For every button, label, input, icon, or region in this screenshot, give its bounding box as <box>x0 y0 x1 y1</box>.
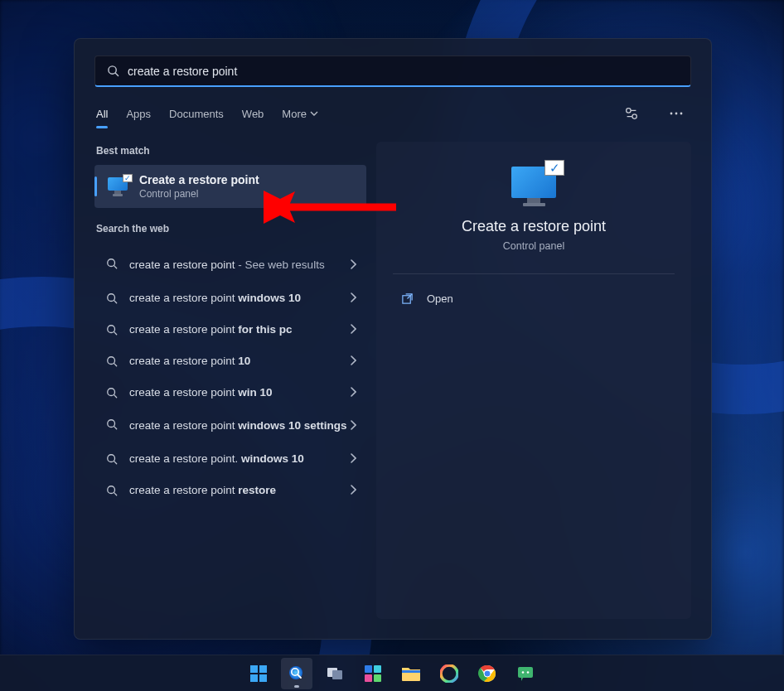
svg-line-22 <box>114 493 117 495</box>
svg-point-40 <box>441 665 457 682</box>
web-result-text: create a restore point win 10 <box>129 385 350 400</box>
start-search-panel: All Apps Documents Web More Best match <box>74 38 712 640</box>
taskbar-opera[interactable] <box>433 658 465 689</box>
web-result-text: create a restore point windows 10 <box>129 291 350 306</box>
taskbar-task-view[interactable] <box>319 658 351 689</box>
web-result-text: create a restore point windows 10 settin… <box>129 418 350 433</box>
best-match-heading: Best match <box>96 145 366 157</box>
chevron-down-icon <box>310 109 318 118</box>
svg-rect-44 <box>518 667 533 678</box>
svg-line-20 <box>114 461 117 464</box>
svg-point-5 <box>675 113 678 115</box>
chevron-right-icon <box>350 354 356 369</box>
chevron-right-icon <box>350 452 356 466</box>
svg-line-8 <box>114 266 117 268</box>
web-result[interactable]: create a restore point for this pc <box>94 314 366 346</box>
open-icon <box>401 292 414 305</box>
svg-rect-36 <box>374 665 381 673</box>
web-result[interactable]: create a restore point. windows 10 <box>94 443 366 475</box>
tab-more[interactable]: More <box>282 103 318 125</box>
search-icon <box>103 387 121 399</box>
svg-rect-34 <box>332 670 342 679</box>
svg-point-45 <box>522 671 525 674</box>
svg-rect-28 <box>250 674 258 682</box>
svg-point-6 <box>680 113 683 115</box>
chevron-right-icon <box>350 418 356 433</box>
svg-rect-38 <box>374 674 381 682</box>
taskbar-search[interactable] <box>281 658 312 689</box>
web-result-text: create a restore point - See web results <box>129 258 350 273</box>
detail-action-open[interactable]: Open <box>393 288 675 310</box>
ellipsis-icon <box>670 112 683 115</box>
svg-point-2 <box>627 109 631 113</box>
tab-apps[interactable]: Apps <box>126 103 151 125</box>
search-icon <box>103 485 121 496</box>
tab-documents[interactable]: Documents <box>169 103 224 125</box>
svg-line-16 <box>114 395 117 398</box>
search-box[interactable] <box>94 56 691 87</box>
svg-rect-26 <box>250 665 258 673</box>
svg-rect-29 <box>259 674 267 682</box>
web-result[interactable]: create a restore point restore <box>94 475 366 506</box>
search-icon <box>107 65 119 77</box>
detail-subtitle: Control panel <box>503 240 564 252</box>
svg-point-46 <box>527 671 530 674</box>
search-icon <box>103 324 121 336</box>
taskbar-file-explorer[interactable] <box>395 658 427 689</box>
best-match-title: Create a restore point <box>139 173 356 186</box>
web-result[interactable]: create a restore point windows 10 <box>94 283 366 314</box>
svg-line-10 <box>114 301 117 303</box>
detail-title: Create a restore point <box>462 218 606 235</box>
taskbar-start[interactable] <box>243 658 274 689</box>
svg-rect-35 <box>365 665 372 673</box>
svg-rect-27 <box>259 665 267 673</box>
best-match-subtitle: Control panel <box>139 188 356 200</box>
detail-app-icon: ✓ <box>511 167 556 206</box>
chevron-right-icon <box>350 483 356 498</box>
search-icon <box>103 355 121 367</box>
svg-point-4 <box>670 113 673 115</box>
chevron-right-icon <box>350 258 356 273</box>
taskbar <box>0 655 784 691</box>
web-result[interactable]: create a restore point 10 <box>94 346 366 377</box>
web-result[interactable]: create a restore point - See web results <box>94 248 366 283</box>
web-result[interactable]: create a restore point win 10 <box>94 377 366 408</box>
web-result-text: create a restore point restore <box>129 483 350 498</box>
web-result-text: create a restore point for this pc <box>129 322 350 337</box>
taskbar-widgets[interactable] <box>357 658 389 689</box>
detail-action-label: Open <box>427 292 453 305</box>
tab-all[interactable]: All <box>96 103 108 125</box>
web-result[interactable]: create a restore point windows 10 settin… <box>94 408 366 443</box>
web-result-text: create a restore point. windows 10 <box>129 452 350 466</box>
svg-line-14 <box>114 364 117 366</box>
search-icon <box>103 418 121 430</box>
svg-rect-37 <box>365 674 372 682</box>
recent-searches-button[interactable] <box>618 100 645 127</box>
search-input[interactable] <box>128 65 679 78</box>
svg-line-1 <box>115 73 118 75</box>
search-icon <box>103 258 121 269</box>
result-detail-pane: ✓ Create a restore point Control panel O… <box>376 142 691 619</box>
taskbar-chrome[interactable] <box>472 658 503 689</box>
chevron-right-icon <box>350 385 356 400</box>
svg-line-18 <box>114 427 117 429</box>
more-options-button[interactable] <box>663 100 690 127</box>
tab-web[interactable]: Web <box>242 103 264 125</box>
svg-line-12 <box>114 332 117 335</box>
chevron-right-icon <box>350 291 356 306</box>
control-panel-icon: ✓ <box>108 177 131 196</box>
best-match-result[interactable]: ✓ Create a restore point Control panel <box>94 165 366 208</box>
search-icon <box>103 453 121 465</box>
search-web-heading: Search the web <box>96 223 366 234</box>
web-result-text: create a restore point 10 <box>129 354 350 369</box>
search-filter-tabs: All Apps Documents Web More <box>94 100 691 127</box>
svg-rect-39 <box>402 670 420 673</box>
search-icon <box>103 292 121 304</box>
chevron-right-icon <box>350 322 356 337</box>
svg-point-3 <box>632 114 636 118</box>
taskbar-chat[interactable] <box>510 658 541 689</box>
